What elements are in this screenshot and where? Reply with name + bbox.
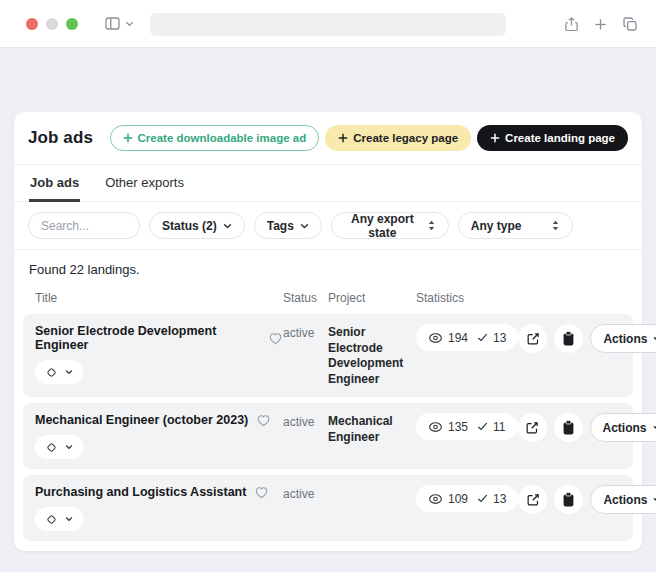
actions-menu-button[interactable]: Actions xyxy=(590,485,656,514)
views-count: 109 xyxy=(448,492,472,506)
table-row: Senior Electrode Development Engineer xyxy=(23,314,633,397)
statistics-badge: 109 13 xyxy=(416,485,518,512)
chevron-down-icon xyxy=(300,223,309,229)
plus-icon xyxy=(594,18,607,31)
project-value xyxy=(328,485,416,531)
column-header-title: Title xyxy=(35,291,283,305)
favorite-heart-icon[interactable] xyxy=(268,331,283,345)
statistics-badge: 194 13 xyxy=(416,324,518,351)
chevron-down-icon xyxy=(65,369,73,375)
type-select[interactable]: Any type xyxy=(458,212,573,239)
create-downloadable-image-ad-button[interactable]: Create downloadable image ad xyxy=(110,125,320,151)
plus-icon xyxy=(490,133,500,143)
tag-icon xyxy=(45,366,58,379)
approved-count: 11 xyxy=(493,420,505,434)
landings-table: Title Status Project Statistics Senior E… xyxy=(14,281,642,551)
clipboard-icon xyxy=(562,331,575,346)
tag-icon xyxy=(45,441,58,454)
views-eye-icon xyxy=(428,332,443,344)
tags-filter-dropdown[interactable]: Tags xyxy=(254,212,322,239)
approved-count: 13 xyxy=(493,492,506,506)
sidebar-icon xyxy=(104,16,121,31)
views-count: 135 xyxy=(448,420,472,434)
tab-job-ads[interactable]: Job ads xyxy=(29,165,80,202)
project-value: Senior Electrode Development Engineer xyxy=(328,324,416,387)
job-ads-card: Job ads Create downloadable image ad xyxy=(14,112,642,551)
edit-icon xyxy=(525,421,539,435)
landing-title: Purchasing and Logistics Assistant xyxy=(35,485,246,499)
tab-overview-button[interactable] xyxy=(622,16,638,32)
row-tags-dropdown[interactable] xyxy=(35,507,83,531)
edit-button[interactable] xyxy=(518,485,547,514)
tab-bar: Job ads Other exports xyxy=(14,165,642,202)
check-icon xyxy=(477,494,488,503)
chevron-down-icon xyxy=(65,516,73,522)
updown-arrows-icon xyxy=(551,219,560,232)
page-title: Job ads xyxy=(28,128,93,148)
landing-title: Mechanical Engineer (october 2023) xyxy=(35,413,248,427)
plus-icon xyxy=(338,133,348,143)
approved-count: 13 xyxy=(493,331,506,345)
zoom-window-button[interactable] xyxy=(66,18,78,30)
column-header-project: Project xyxy=(328,291,416,305)
actions-menu-button[interactable]: Actions xyxy=(590,413,656,442)
status-value: active xyxy=(283,485,328,531)
chevron-down-icon xyxy=(653,425,656,431)
row-tags-dropdown[interactable] xyxy=(35,435,83,459)
card-header: Job ads Create downloadable image ad xyxy=(14,112,642,165)
plus-icon xyxy=(123,133,133,143)
results-summary: Found 22 landings. xyxy=(14,250,642,281)
updown-arrows-icon xyxy=(427,219,436,232)
views-eye-icon xyxy=(428,493,443,505)
table-header: Title Status Project Statistics xyxy=(23,285,633,314)
check-icon xyxy=(477,333,488,342)
search-input[interactable] xyxy=(28,212,140,239)
page-background: Job ads Create downloadable image ad xyxy=(0,48,656,551)
tabs-icon xyxy=(622,16,638,32)
views-eye-icon xyxy=(428,421,443,433)
edit-button[interactable] xyxy=(518,324,547,353)
new-tab-button[interactable] xyxy=(594,18,607,31)
window-controls xyxy=(26,18,78,30)
project-value: Mechanical Engineer xyxy=(328,413,416,459)
address-bar[interactable] xyxy=(150,13,506,36)
copy-button[interactable] xyxy=(554,413,583,442)
edit-button[interactable] xyxy=(518,413,547,442)
browser-chrome xyxy=(0,0,656,48)
close-window-button[interactable] xyxy=(26,18,38,30)
create-legacy-page-button[interactable]: Create legacy page xyxy=(325,125,471,151)
column-header-statistics: Statistics xyxy=(416,291,621,305)
chevron-down-icon xyxy=(125,20,134,27)
export-state-select[interactable]: Any export state xyxy=(331,212,449,239)
share-icon xyxy=(564,16,579,33)
header-actions: Create downloadable image ad Create lega… xyxy=(110,125,628,151)
check-icon xyxy=(477,422,488,431)
row-tags-dropdown[interactable] xyxy=(35,360,83,384)
status-value: active xyxy=(283,324,328,387)
chevron-down-icon xyxy=(65,444,73,450)
landing-title: Senior Electrode Development Engineer xyxy=(35,324,260,352)
status-value: active xyxy=(283,413,328,459)
favorite-heart-icon[interactable] xyxy=(256,413,271,427)
copy-button[interactable] xyxy=(554,485,583,514)
actions-menu-button[interactable]: Actions xyxy=(590,324,656,353)
views-count: 194 xyxy=(448,331,472,345)
edit-icon xyxy=(526,332,540,346)
filter-bar: Status (2) Tags Any export state xyxy=(14,202,642,250)
status-filter-dropdown[interactable]: Status (2) xyxy=(149,212,245,239)
tab-other-exports[interactable]: Other exports xyxy=(104,165,185,202)
statistics-badge: 135 11 xyxy=(416,413,518,440)
sidebar-chevron-button[interactable] xyxy=(125,20,134,27)
edit-icon xyxy=(526,493,540,507)
clipboard-icon xyxy=(562,492,575,507)
column-header-status: Status xyxy=(283,291,328,305)
tag-icon xyxy=(45,513,58,526)
minimize-window-button[interactable] xyxy=(46,18,58,30)
table-row: Mechanical Engineer (october 2023) xyxy=(23,403,633,469)
chevron-down-icon xyxy=(223,223,232,229)
sidebar-toggle-button[interactable] xyxy=(104,16,121,31)
favorite-heart-icon[interactable] xyxy=(254,485,269,499)
share-button[interactable] xyxy=(564,16,579,33)
copy-button[interactable] xyxy=(554,324,583,353)
create-landing-page-button[interactable]: Create landing page xyxy=(477,125,628,151)
